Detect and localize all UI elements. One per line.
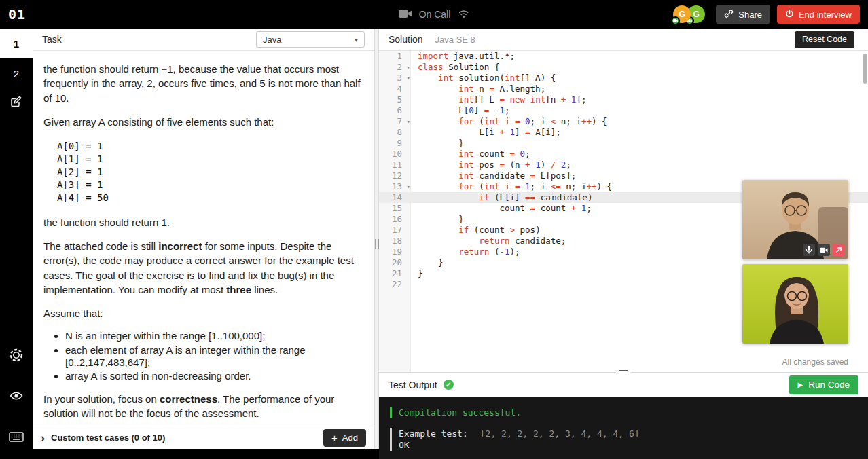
- assumptions-list: N is an integer within the range [1..100…: [43, 330, 363, 382]
- interviewer-video-tile[interactable]: [742, 180, 848, 259]
- assumption-item: array A is sorted in non-decreasing orde…: [65, 370, 363, 382]
- task-title: Task: [42, 34, 62, 45]
- screenshare-icon[interactable]: [457, 8, 469, 21]
- code-line[interactable]: 3▾ int solution(int[] A) {: [379, 73, 868, 84]
- output-console: Compilation successful. Example test:[2,…: [379, 397, 868, 459]
- language-select[interactable]: Java ▾: [256, 31, 365, 48]
- share-button[interactable]: Share: [716, 5, 770, 24]
- code-line[interactable]: 4 int n = A.length;: [379, 84, 868, 94]
- line-number: 3▾: [379, 73, 411, 84]
- line-number: 14: [379, 192, 411, 203]
- code-line[interactable]: 8 L[i + 1] = A[i];: [379, 127, 868, 138]
- line-number: 19: [379, 246, 411, 257]
- example-test-result: Example test:[2, 2, 2, 2, 2, 3, 4, 4, 4,…: [390, 428, 868, 451]
- solution-title: Solution: [388, 34, 423, 45]
- task-tab-1[interactable]: 1: [0, 29, 33, 58]
- tab-2-label: 2: [14, 68, 19, 79]
- settings-icon: [9, 348, 24, 365]
- fold-arrow-icon[interactable]: ▾: [407, 116, 410, 127]
- line-number: 1: [379, 51, 411, 62]
- line-number: 22: [379, 279, 411, 290]
- code-line[interactable]: 1import java.util.*;: [379, 51, 868, 62]
- task-paragraph-1: the function should return −1, because t…: [43, 62, 363, 105]
- reset-code-button[interactable]: Reset Code: [795, 31, 854, 48]
- on-call-status: On Call: [399, 8, 470, 21]
- line-number: 20: [379, 257, 411, 268]
- line-number: 7▾: [379, 116, 411, 127]
- play-icon: ▶: [798, 381, 803, 388]
- task-paragraph-4: The attached code is still incorrect for…: [43, 239, 363, 297]
- eye-icon: [10, 390, 23, 404]
- on-call-label: On Call: [419, 9, 451, 20]
- avatar-initial: G: [693, 10, 700, 19]
- assumption-item: N is an integer within the range [1..100…: [65, 330, 363, 342]
- array-line: A[4] = 50: [57, 191, 363, 204]
- code-line[interactable]: 9 }: [379, 138, 868, 149]
- output-splitter-handle[interactable]: [616, 369, 631, 375]
- line-number: 21: [379, 268, 411, 279]
- add-label: Add: [342, 433, 358, 443]
- add-test-case-button[interactable]: + Add: [323, 429, 366, 447]
- line-number: 10: [379, 149, 411, 160]
- code-line[interactable]: 7▾ for (int i = 0; i < n; i++) {: [379, 116, 868, 127]
- array-line: A[0] = 1: [57, 140, 363, 153]
- line-number: 12: [379, 170, 411, 181]
- hide-video-button[interactable]: [0, 383, 33, 411]
- test-output-bar: Test Output ✓ ▶ Run Code: [379, 372, 868, 397]
- code-line[interactable]: 2▾class Solution {: [379, 62, 868, 73]
- code-line[interactable]: 10 int count = 0;: [379, 149, 868, 160]
- example-test-value: [2, 2, 2, 2, 2, 3, 4, 4, 4, 6]: [480, 428, 640, 439]
- candidate-video-tile[interactable]: [742, 264, 848, 344]
- topbar-actions: G G Share: [673, 5, 860, 24]
- link-icon: [724, 9, 734, 20]
- task-paragraph-3: the function should return 1.: [43, 215, 363, 230]
- notes-button[interactable]: [0, 88, 33, 117]
- array-line: A[3] = 1: [57, 179, 363, 191]
- line-number: 4: [379, 84, 411, 94]
- settings-target-button[interactable]: [0, 342, 33, 371]
- line-number: 15: [379, 203, 411, 214]
- mute-mic-button[interactable]: [803, 244, 815, 256]
- share-label: Share: [738, 10, 762, 20]
- popout-video-button[interactable]: [833, 244, 845, 256]
- test-output-title: Test Output: [388, 380, 437, 390]
- fold-arrow-icon[interactable]: ▾: [407, 73, 410, 84]
- edit-note-icon: [10, 95, 22, 110]
- selected-language: Java: [263, 35, 281, 45]
- code-line[interactable]: 6 L[0] = -1;: [379, 105, 868, 116]
- videocam-icon: [399, 9, 412, 20]
- fold-arrow-icon[interactable]: ▾: [407, 62, 410, 73]
- solution-header: Solution Java SE 8 Reset Code: [379, 29, 868, 51]
- camera-toggle-button[interactable]: [818, 244, 830, 256]
- video-controls: [803, 244, 845, 256]
- chevron-down-icon: ▾: [355, 36, 358, 43]
- panel-splitter[interactable]: [374, 29, 379, 459]
- code-line[interactable]: 5 int[] L = new int[n + 1];: [379, 94, 868, 105]
- autosave-status: All changes saved: [782, 357, 848, 367]
- participants: G G: [673, 5, 705, 23]
- task-tab-2[interactable]: 2: [0, 58, 33, 88]
- line-number: 2▾: [379, 62, 411, 73]
- task-description: the function should return −1, because t…: [33, 51, 374, 426]
- example-test-status: OK: [399, 439, 868, 451]
- fold-arrow-icon[interactable]: ▾: [407, 181, 410, 192]
- run-code-button[interactable]: ▶ Run Code: [789, 375, 859, 394]
- plus-icon: +: [331, 433, 338, 443]
- app-logo: 01: [8, 6, 26, 22]
- task-paragraph-5: Assume that:: [43, 306, 363, 320]
- runtime-label: Java SE 8: [435, 35, 475, 45]
- task-paragraph-2: Given array A consisting of five element…: [43, 115, 363, 129]
- custom-test-cases-bar[interactable]: › Custom test cases (0 of 10) + Add: [33, 426, 374, 449]
- solution-panel: Solution Java SE 8 Reset Code 1import ja…: [379, 29, 868, 459]
- chevron-right-icon: ›: [41, 432, 45, 444]
- end-interview-label: End interview: [799, 10, 852, 20]
- splitter-grip-icon[interactable]: [375, 239, 378, 249]
- code-line[interactable]: 11 int pos = (n + 1) / 2;: [379, 160, 868, 170]
- camera-on-badge-icon: [671, 16, 680, 25]
- shortcuts-button[interactable]: [0, 424, 33, 452]
- line-number: 11: [379, 160, 411, 170]
- end-interview-button[interactable]: End interview: [777, 5, 860, 24]
- line-number: 16: [379, 214, 411, 225]
- line-number: 17: [379, 225, 411, 236]
- avatar-initial: G: [679, 10, 685, 19]
